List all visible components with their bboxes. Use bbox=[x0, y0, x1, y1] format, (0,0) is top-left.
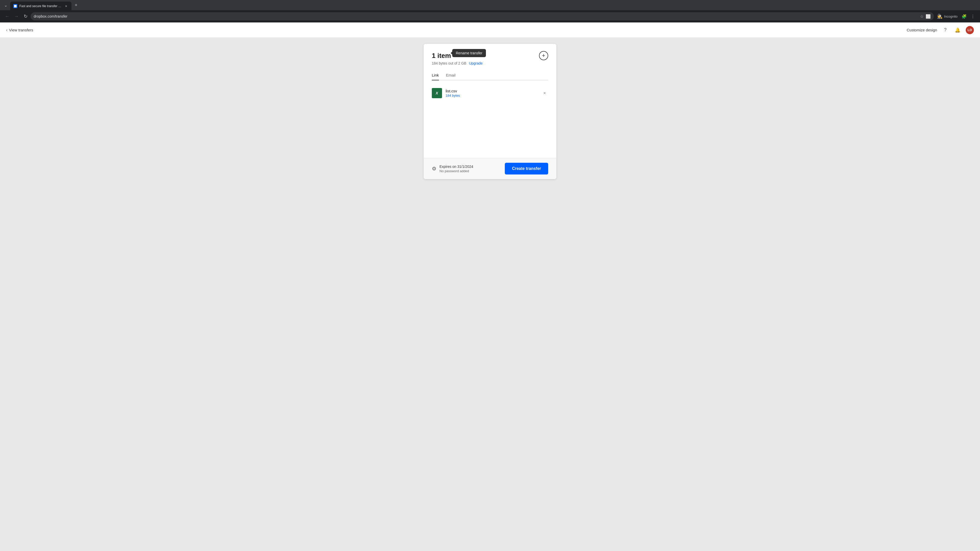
view-transfers-link[interactable]: ‹ View transfers bbox=[6, 28, 33, 32]
upgrade-link[interactable]: Upgrade bbox=[469, 61, 483, 65]
tooltip-text: Rename transfer bbox=[456, 51, 482, 55]
user-avatar[interactable]: LD bbox=[966, 26, 974, 34]
back-button[interactable]: ← bbox=[3, 12, 11, 21]
bookmark-icon[interactable]: ☆ bbox=[920, 14, 924, 19]
transfer-tabs: Link Email bbox=[432, 70, 548, 80]
forward-button[interactable]: → bbox=[12, 12, 21, 21]
customize-design-button[interactable]: Customize design bbox=[907, 28, 937, 32]
extensions-icon: 🧩 bbox=[962, 14, 967, 19]
transfer-card: 1 item ✏ Rename transfer + 184 bytes out… bbox=[424, 44, 556, 179]
back-arrow-icon: ‹ bbox=[6, 28, 7, 32]
card-footer: ⚙ Expires on 31/1/2024 No password added… bbox=[424, 158, 556, 179]
tab-switcher-icon: ⌄ bbox=[4, 3, 7, 8]
browser-menu-button[interactable]: ⋮ bbox=[969, 12, 977, 21]
browser-menu-icon: ⋮ bbox=[971, 14, 975, 19]
incognito-label: Incognito bbox=[944, 14, 958, 18]
card-title-row: 1 item ✏ Rename transfer + bbox=[432, 51, 548, 60]
back-icon: ← bbox=[5, 14, 10, 19]
footer-meta: Expires on 31/1/2024 No password added bbox=[439, 165, 473, 173]
active-tab[interactable]: Fast and secure file transfer - D × bbox=[10, 2, 72, 11]
tab-email[interactable]: Email bbox=[446, 70, 456, 80]
tab-label: Fast and secure file transfer - D bbox=[19, 4, 62, 8]
help-icon: ? bbox=[944, 27, 947, 33]
tab-close-button[interactable]: × bbox=[64, 4, 68, 8]
storage-text: 184 bytes out of 2 GB bbox=[432, 61, 466, 65]
refresh-icon: ↻ bbox=[24, 14, 27, 19]
rename-transfer-tooltip: Rename transfer bbox=[452, 49, 486, 57]
card-body: 1 item ✏ Rename transfer + 184 bytes out… bbox=[424, 44, 556, 158]
incognito-badge: 🕵 Incognito bbox=[935, 14, 959, 19]
file-type-icon: X bbox=[436, 91, 438, 95]
forward-icon: → bbox=[14, 14, 19, 19]
extensions-button[interactable]: 🧩 bbox=[960, 12, 968, 21]
tab-favicon-inner bbox=[14, 5, 17, 7]
header-right: Customize design ? 🔔 LD bbox=[907, 26, 974, 34]
view-transfers-label: View transfers bbox=[9, 28, 33, 32]
expires-text: Expires on 31/1/2024 bbox=[439, 165, 473, 168]
footer-settings[interactable]: ⚙ Expires on 31/1/2024 No password added bbox=[432, 165, 473, 173]
file-size: 184 bytes bbox=[445, 94, 538, 97]
remove-file-button[interactable]: × bbox=[541, 89, 548, 97]
tab-link-label: Link bbox=[432, 73, 439, 77]
card-title: 1 item bbox=[432, 52, 451, 60]
tab-favicon bbox=[13, 4, 18, 8]
tab-switcher-button[interactable]: ⌄ bbox=[2, 2, 9, 9]
notification-button[interactable]: 🔔 bbox=[953, 26, 962, 34]
browser-window: ⌄ Fast and secure file transfer - D × + … bbox=[0, 0, 980, 551]
no-password-text: No password added bbox=[439, 169, 473, 173]
address-url: dropbox.com/transfer bbox=[34, 14, 918, 18]
settings-icon: ⚙ bbox=[432, 165, 436, 171]
help-button[interactable]: ? bbox=[941, 26, 950, 34]
add-file-button[interactable]: + bbox=[539, 51, 548, 60]
incognito-icon: 🕵 bbox=[937, 14, 942, 19]
browser-toolbar: ← → ↻ dropbox.com/transfer ☆ ⬜ 🕵 Incogni… bbox=[0, 10, 980, 22]
refresh-button[interactable]: ↻ bbox=[21, 12, 30, 21]
tab-bar: ⌄ Fast and secure file transfer - D × + bbox=[0, 0, 980, 10]
file-info: list.csv 184 bytes bbox=[445, 89, 538, 97]
main-area: 1 item ✏ Rename transfer + 184 bytes out… bbox=[0, 38, 980, 551]
file-icon: X bbox=[432, 88, 442, 98]
split-view-icon[interactable]: ⬜ bbox=[926, 14, 931, 19]
empty-drop-area bbox=[432, 101, 548, 152]
tab-link[interactable]: Link bbox=[432, 70, 439, 80]
header-left: ‹ View transfers bbox=[6, 28, 33, 32]
add-icon: + bbox=[542, 52, 546, 59]
page-content: ‹ View transfers Customize design ? 🔔 LD bbox=[0, 22, 980, 551]
list-item: X list.csv 184 bytes × bbox=[432, 86, 548, 101]
create-transfer-button[interactable]: Create transfer bbox=[505, 163, 548, 175]
tab-email-label: Email bbox=[446, 73, 456, 77]
file-name: list.csv bbox=[445, 89, 538, 93]
storage-info: 184 bytes out of 2 GB Upgrade bbox=[432, 61, 548, 65]
app-header: ‹ View transfers Customize design ? 🔔 LD bbox=[0, 22, 980, 38]
new-tab-button[interactable]: + bbox=[73, 2, 80, 9]
file-list: X list.csv 184 bytes × bbox=[432, 80, 548, 101]
notification-icon: 🔔 bbox=[955, 27, 960, 33]
toolbar-actions: 🕵 Incognito 🧩 ⋮ bbox=[935, 12, 977, 21]
address-bar[interactable]: dropbox.com/transfer ☆ ⬜ bbox=[30, 12, 934, 21]
